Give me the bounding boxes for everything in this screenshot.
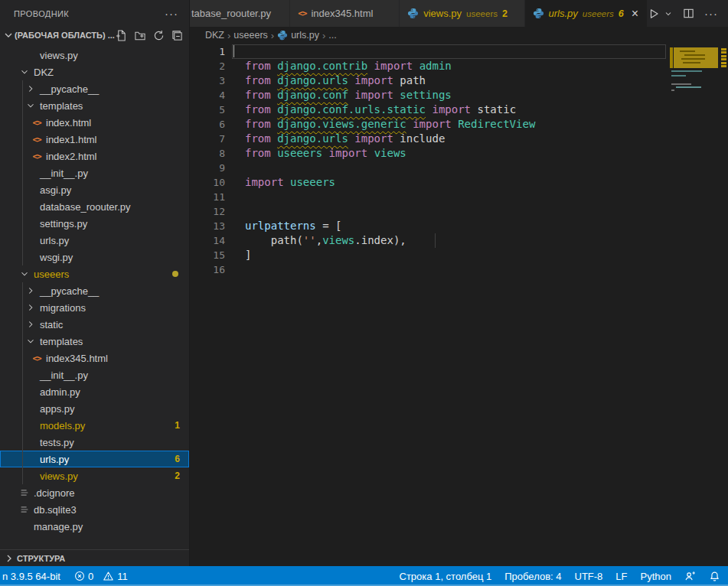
tab-urls.py[interactable]: urls.pyuseeers6× <box>525 0 648 27</box>
line-number: 6 <box>190 117 225 132</box>
tab-index345.html[interactable]: <>index345.html <box>290 0 400 27</box>
eol-status[interactable]: LF <box>615 571 627 582</box>
tree-item-settings.py[interactable]: settings.py <box>0 215 189 232</box>
file-name: useeers <box>34 269 69 280</box>
tree-item-db.sqlite3[interactable]: db.sqlite3 <box>0 501 189 518</box>
tree-item-admin.py[interactable]: admin.py <box>0 383 189 400</box>
html-icon: <> <box>32 135 41 145</box>
file-name: admin.py <box>40 386 80 398</box>
explorer-title: ПРОВОДНИК <box>14 9 69 18</box>
problem-count-badge: 1 <box>175 420 180 431</box>
tree-item-views.py[interactable]: views.py <box>0 47 189 63</box>
tree-item-useeers[interactable]: useeers <box>0 265 189 282</box>
problem-count-badge: 6 <box>175 454 180 464</box>
tree-item-__pycache__[interactable]: __pycache__ <box>0 282 189 299</box>
line-number: 14 <box>190 233 225 248</box>
chevron-right-icon <box>25 301 36 314</box>
tree-item-index2.html[interactable]: <>index2.html <box>0 148 189 164</box>
file-name: db.sqlite3 <box>34 504 77 516</box>
feedback-icon[interactable] <box>684 571 696 582</box>
tree-item-views.py[interactable]: views.py2 <box>0 467 189 484</box>
code-editor[interactable]: 12from django.contrib import admin3from … <box>190 44 728 566</box>
tree-item-models.py[interactable]: models.py1 <box>0 417 189 434</box>
chevron-down-icon <box>2 29 15 41</box>
file-name: database_roouter.py <box>40 201 131 213</box>
line-number: 5 <box>190 103 225 117</box>
code-line-4: 4from django.conf import settings <box>190 88 728 103</box>
split-editor-icon[interactable] <box>683 8 694 19</box>
minimap[interactable] <box>670 44 718 566</box>
breadcrumb-item-...[interactable]: ... <box>328 30 336 41</box>
workspace-section-header[interactable]: (РАБОЧАЯ ОБЛАСТЬ) ... <box>0 27 189 44</box>
cursor-position-status[interactable]: Строка 1, столбец 1 <box>400 571 492 582</box>
breadcrumb-item-urls.py[interactable]: urls.py <box>277 30 319 41</box>
collapse-all-icon[interactable] <box>171 30 183 41</box>
tree-item-.dcignore[interactable]: .dcignore <box>0 484 189 501</box>
breadcrumb-separator: › <box>322 30 325 41</box>
tree-item-templates[interactable]: templates <box>0 333 189 350</box>
line-number: 2 <box>190 59 225 73</box>
file-name: models.py <box>40 420 85 431</box>
tab-views.py[interactable]: views.pyuseeers2 <box>400 0 524 27</box>
run-dropdown-icon[interactable] <box>664 9 673 18</box>
line-number: 9 <box>190 161 225 175</box>
line-number: 7 <box>190 132 225 146</box>
tree-item-__init__.py[interactable]: __init__.py <box>0 366 189 383</box>
file-name: tests.py <box>40 437 74 448</box>
run-icon[interactable] <box>648 8 660 20</box>
notifications-bell-icon[interactable] <box>709 571 720 582</box>
tree-item-static[interactable]: static <box>0 316 189 333</box>
indentation-status[interactable]: Пробелов: 4 <box>504 571 561 582</box>
vscode-window: ПРОВОДНИК ··· (РАБОЧАЯ ОБЛАСТЬ) ... view… <box>0 0 728 586</box>
new-file-icon[interactable] <box>116 30 127 41</box>
file-name: views.py <box>40 470 78 482</box>
overview-ruler[interactable] <box>718 44 728 566</box>
language-mode-status[interactable]: Python <box>641 571 671 582</box>
explorer-more-icon[interactable]: ··· <box>165 7 178 20</box>
tree-item-DKZ[interactable]: DKZ <box>0 63 189 80</box>
refresh-icon[interactable] <box>153 30 165 41</box>
code-content: 12from django.contrib import admin3from … <box>190 44 728 277</box>
close-tab-icon[interactable]: × <box>632 8 638 20</box>
problem-count-badge: 2 <box>175 470 180 481</box>
tree-item-templates[interactable]: templates <box>0 97 189 114</box>
line-number: 4 <box>190 88 225 103</box>
new-folder-icon[interactable] <box>134 30 146 41</box>
tree-item-migrations[interactable]: migrations <box>0 299 189 316</box>
tree-item-manage.py[interactable]: manage.py <box>0 518 189 535</box>
problems-status[interactable]: 0 11 <box>74 571 128 582</box>
more-actions-icon[interactable]: ··· <box>704 7 718 20</box>
code-line-5: 5from django.conf.urls.static import sta… <box>190 103 728 117</box>
tab-bar: tabase_roouter.py<>index345.html views.p… <box>190 0 728 27</box>
tree-item-index.html[interactable]: <>index.html <box>0 114 189 131</box>
explorer-header: ПРОВОДНИК ··· <box>0 0 189 27</box>
line-number: 15 <box>190 248 225 262</box>
tree-item-urls.py[interactable]: urls.py6 <box>0 451 189 467</box>
tree-item-index1.html[interactable]: <>index1.html <box>0 131 189 148</box>
indent-guide <box>435 233 436 248</box>
tree-item-urls.py[interactable]: urls.py <box>0 232 189 249</box>
workspace-label: (РАБОЧАЯ ОБЛАСТЬ) ... <box>15 31 115 40</box>
tree-item-asgi.py[interactable]: asgi.py <box>0 181 189 198</box>
file-name: static <box>40 319 63 330</box>
tree-item-index345.html[interactable]: <>index345.html <box>0 350 189 366</box>
outline-section-header[interactable]: СТРУКТУРА <box>0 549 189 566</box>
breadcrumb-item-DKZ[interactable]: DKZ <box>205 30 224 41</box>
tree-item-__init__.py[interactable]: __init__.py <box>0 164 189 181</box>
tree-item-wsgi.py[interactable]: wsgi.py <box>0 249 189 265</box>
python-interpreter-status[interactable]: n 3.9.5 64-bit <box>2 571 60 582</box>
code-line-10: 10import useeers <box>190 175 728 190</box>
tree-item-__pycache__[interactable]: __pycache__ <box>0 80 189 97</box>
tab-tabase_roouter.py[interactable]: tabase_roouter.py <box>190 0 290 27</box>
python-icon <box>533 8 544 19</box>
breadcrumb-item-useeers[interactable]: useeers <box>233 30 267 41</box>
tree-item-tests.py[interactable]: tests.py <box>0 434 189 451</box>
file-name: urls.py <box>40 235 69 246</box>
tree-item-database_roouter.py[interactable]: database_roouter.py <box>0 198 189 215</box>
line-number: 13 <box>190 219 225 233</box>
file-name: index345.html <box>46 353 108 364</box>
problem-dot-badge <box>172 271 178 277</box>
tree-item-apps.py[interactable]: apps.py <box>0 400 189 417</box>
breadcrumb-separator: › <box>227 30 230 41</box>
encoding-status[interactable]: UTF-8 <box>575 571 603 582</box>
